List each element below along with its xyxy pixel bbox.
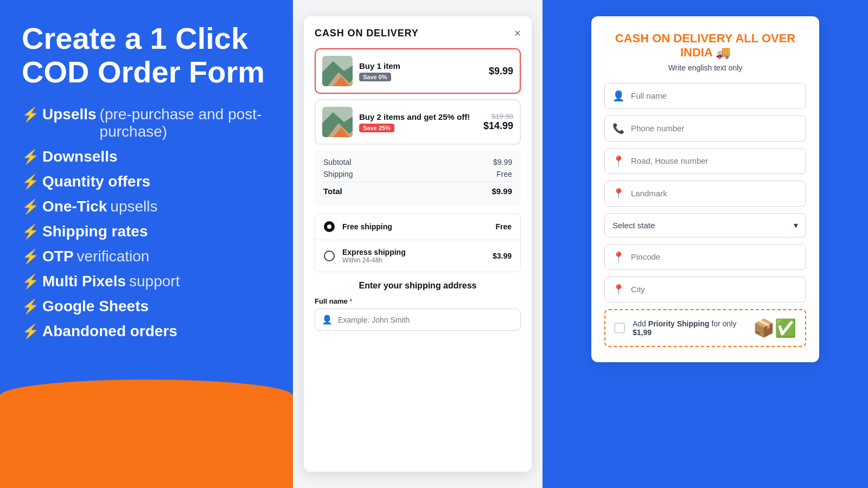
feature-highlight: One-Tick — [42, 198, 107, 215]
bolt-icon: ⚡ — [22, 174, 39, 190]
right-input-field[interactable] — [631, 252, 798, 261]
right-form-field[interactable]: 📍 — [604, 181, 806, 207]
priority-checkbox[interactable] — [614, 323, 625, 333]
right-input-field[interactable] — [631, 156, 798, 165]
current-price: $14.99 — [483, 120, 513, 132]
feature-item: ⚡Multi Pixelssupport — [22, 273, 271, 290]
feature-highlight: Google Sheets — [42, 298, 149, 315]
product-price: $19.98 $14.99 — [483, 112, 513, 132]
products-container: Buy 1 item Save 0% $9.99 Buy 2 items and… — [315, 48, 521, 145]
feature-item: ⚡One-Tickupsells — [22, 198, 271, 215]
total-value: $9.99 — [492, 187, 512, 196]
bolt-icon: ⚡ — [22, 223, 39, 240]
product-price: $9.99 — [489, 66, 513, 77]
feature-highlight: Shipping rates — [42, 223, 148, 240]
field-icon: 📞 — [612, 123, 624, 134]
right-card-header: CASH ON DELIVERY ALL OVER INDIA 🚚 Write … — [604, 31, 806, 72]
bolt-icon: ⚡ — [22, 198, 39, 215]
package-icon: 📦✅ — [753, 318, 796, 338]
page-title: Create a 1 Click COD Order Form — [22, 22, 271, 88]
state-select[interactable]: Select state ▾ — [604, 213, 806, 237]
feature-normal: (pre-purchase and post-purchase) — [100, 106, 271, 140]
feature-normal: support — [129, 273, 180, 290]
feature-item: ⚡OTPverification — [22, 248, 271, 265]
bolt-icon: ⚡ — [22, 273, 39, 290]
feature-item: ⚡Downsells — [22, 148, 271, 165]
full-name-label: Full name * — [315, 297, 521, 305]
product-image — [322, 107, 353, 137]
right-fields-container: 👤 📞 📍 📍 — [604, 83, 806, 207]
feature-highlight: Downsells — [42, 148, 117, 165]
shipping-name: Free shipping — [342, 222, 488, 231]
subtotal-label: Subtotal — [323, 158, 351, 166]
feature-item: ⚡Shipping rates — [22, 223, 271, 240]
subtotal-value: $9.99 — [493, 158, 512, 166]
product-info: Buy 2 items and get 25% off! Save 25% — [359, 112, 477, 132]
right-form-field[interactable]: 📞 — [604, 115, 806, 142]
shipping-option[interactable]: Free shipping Free — [315, 214, 520, 240]
shipping-options: Free shipping Free Express shipping With… — [315, 213, 521, 272]
radio-button[interactable] — [324, 251, 335, 261]
product-option[interactable]: Buy 2 items and get 25% off! Save 25% $1… — [315, 99, 521, 145]
shipping-sub: Within 24-48h — [342, 256, 485, 264]
product-badge: Save 25% — [359, 124, 394, 132]
feature-item: ⚡Abandoned orders — [22, 323, 271, 340]
modal-header: CASH ON DELIVERY × — [315, 27, 521, 40]
right-card-title: CASH ON DELIVERY ALL OVER INDIA 🚚 — [604, 31, 806, 60]
right-card: CASH ON DELIVERY ALL OVER INDIA 🚚 Write … — [591, 16, 819, 362]
field-icon: 📍 — [612, 188, 624, 200]
product-badge: Save 0% — [359, 73, 391, 81]
right-input-field[interactable] — [631, 124, 798, 133]
product-label: Buy 2 items and get 25% off! — [359, 112, 477, 121]
radio-button[interactable] — [324, 221, 335, 232]
shipping-price: $3.99 — [493, 252, 512, 260]
shipping-info: Free shipping — [342, 222, 488, 231]
right-form-field[interactable]: 👤 — [604, 83, 806, 109]
right-form-field[interactable]: 📍 — [604, 277, 806, 303]
product-option[interactable]: Buy 1 item Save 0% $9.99 — [315, 48, 521, 94]
field-icon: 📍 — [612, 155, 624, 167]
shipping-label: Shipping — [323, 170, 353, 178]
cod-modal: CASH ON DELIVERY × Buy 1 item Save 0% $9… — [304, 16, 532, 472]
modal-title: CASH ON DELIVERY — [315, 28, 419, 39]
left-panel: Create a 1 Click COD Order Form ⚡Upsells… — [0, 0, 293, 488]
right-card-subtitle: Write english text only — [604, 63, 806, 72]
right-input-field[interactable] — [631, 285, 798, 294]
feature-highlight: Multi Pixels — [42, 273, 126, 290]
feature-highlight: Quantity offers — [42, 173, 150, 190]
field-icon: 📍 — [612, 284, 624, 296]
shipping-name: Express shipping — [342, 248, 485, 256]
total-row: Total $9.99 — [323, 182, 512, 196]
full-name-input[interactable] — [338, 316, 514, 324]
original-price: $19.98 — [483, 112, 513, 120]
shipping-option[interactable]: Express shipping Within 24-48h $3.99 — [315, 240, 520, 272]
person-icon: 👤 — [322, 314, 333, 325]
full-name-group: Full name * 👤 — [315, 297, 521, 331]
full-name-input-wrapper[interactable]: 👤 — [315, 309, 521, 331]
product-label: Buy 1 item — [359, 61, 482, 70]
feature-item: ⚡Upsells(pre-purchase and post-purchase) — [22, 106, 271, 140]
shipping-container: Free shipping Free Express shipping With… — [315, 214, 520, 272]
right-form-field[interactable]: 📍 — [604, 148, 806, 174]
priority-pre: Add — [633, 319, 648, 328]
right-form-field[interactable]: 📍 — [604, 244, 806, 270]
shipping-price: Free — [495, 222, 512, 231]
bolt-icon: ⚡ — [22, 149, 39, 165]
right-panel: CASH ON DELIVERY ALL OVER INDIA 🚚 Write … — [542, 0, 868, 488]
address-title: Enter your shipping address — [315, 281, 521, 291]
shipping-info: Express shipping Within 24-48h — [342, 248, 485, 264]
total-label: Total — [323, 187, 342, 196]
bolt-icon: ⚡ — [22, 323, 39, 340]
product-image — [322, 56, 353, 86]
right-input-field[interactable] — [631, 91, 798, 100]
subtotal-row: Subtotal $9.99 — [323, 158, 512, 166]
shipping-value: Free — [496, 170, 512, 178]
priority-post: for only — [710, 319, 737, 328]
feature-list: ⚡Upsells(pre-purchase and post-purchase)… — [22, 106, 271, 340]
close-button[interactable]: × — [514, 27, 521, 40]
feature-highlight: Upsells — [42, 106, 97, 123]
priority-bold: Priority Shipping — [648, 319, 710, 328]
field-icon: 👤 — [612, 90, 624, 102]
right-input-field[interactable] — [631, 189, 798, 198]
current-price: $9.99 — [489, 66, 513, 77]
